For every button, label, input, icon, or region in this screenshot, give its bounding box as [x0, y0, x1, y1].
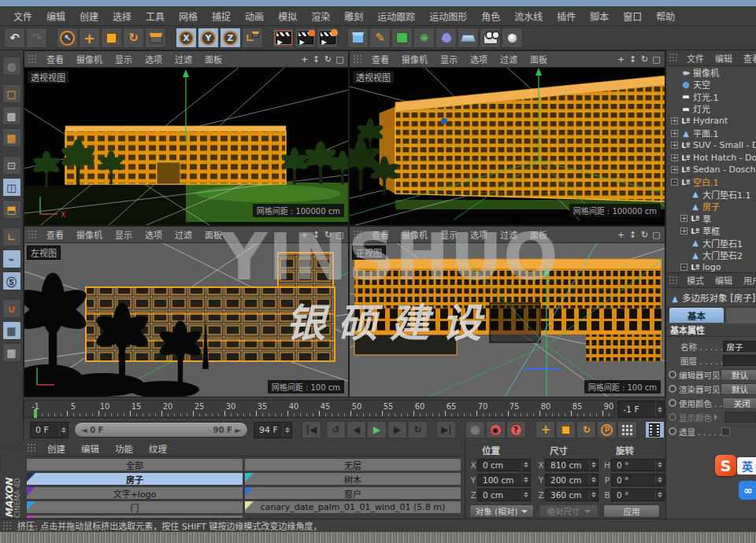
- soft-selection-icon[interactable]: Ⓢ: [2, 272, 21, 290]
- am-menu-userdata[interactable]: 用户数据: [738, 274, 756, 286]
- vp-menu-panel[interactable]: 面板: [524, 228, 554, 241]
- menu-mograph[interactable]: 运动图形: [422, 9, 474, 23]
- menu-pipeline[interactable]: 流水线: [507, 9, 550, 23]
- tab-basic[interactable]: 基本: [669, 308, 724, 323]
- menu-mesh[interactable]: 网格: [172, 9, 205, 23]
- vp-menu-view[interactable]: 查看: [40, 53, 70, 65]
- goto-end-icon[interactable]: ▶|: [436, 421, 456, 438]
- add-primitive-icon[interactable]: [347, 28, 369, 48]
- prev-key-icon[interactable]: ↺: [326, 421, 346, 438]
- workplane-lock-icon[interactable]: ▦: [2, 321, 21, 340]
- om-item-house[interactable]: 房子: [668, 201, 756, 213]
- undo-icon[interactable]: ↶: [4, 28, 25, 48]
- snap-magnet-icon[interactable]: ∪: [2, 299, 21, 318]
- last-tool-icon[interactable]: [145, 28, 166, 48]
- am-menu-mode[interactable]: 模式: [681, 274, 710, 286]
- om-item-null-1[interactable]: -空白.1: [668, 176, 756, 189]
- move-tool-icon[interactable]: +: [79, 28, 100, 48]
- om-item-gate-stone-1[interactable]: 大门垫石1: [668, 237, 756, 249]
- tab-coordinates-partial[interactable]: [726, 308, 756, 323]
- om-item-hot-hatch[interactable]: +Hot Hatch - Dosch: [668, 152, 756, 164]
- sogou-ime-icon[interactable]: S: [715, 455, 736, 476]
- om-item-light[interactable]: 灯光: [668, 103, 756, 116]
- menu-character[interactable]: 角色: [474, 9, 507, 23]
- vp-menu-cameras[interactable]: 摄像机: [70, 228, 109, 241]
- om-item-gate-stone-1-1[interactable]: 大门垫石1.1: [668, 188, 756, 201]
- expander-icon[interactable]: +: [671, 117, 678, 124]
- size-z-field[interactable]: 360 cm: [545, 489, 598, 501]
- layer-cell-text-logo[interactable]: 文字+logo: [26, 486, 243, 500]
- vp-menu-options[interactable]: 选项: [139, 228, 169, 241]
- add-generator-icon[interactable]: [391, 28, 413, 48]
- ime-language-indicator[interactable]: 英: [737, 457, 756, 475]
- next-frame-icon[interactable]: ▶: [387, 421, 407, 438]
- vp-menu-display[interactable]: 显示: [434, 53, 464, 65]
- render-settings-icon[interactable]: [317, 28, 338, 48]
- range-start-field[interactable]: 0 F: [30, 422, 69, 438]
- panel-grip-icon[interactable]: [28, 54, 38, 65]
- select-tool-icon[interactable]: ↖: [57, 28, 78, 48]
- current-frame-field[interactable]: -1 F: [617, 401, 665, 418]
- vp-menu-filter[interactable]: 过滤: [494, 228, 524, 241]
- position-y-field[interactable]: 100 cm: [477, 474, 531, 486]
- pan-view-icon[interactable]: +: [298, 54, 310, 65]
- mograph-icon[interactable]: ❋: [413, 28, 435, 48]
- key-parameter-icon[interactable]: P: [597, 421, 617, 438]
- rotation-b-field[interactable]: 0 °: [611, 489, 665, 501]
- om-menu-file[interactable]: 文件: [681, 52, 710, 65]
- coordinate-system-icon[interactable]: ∟: [242, 28, 263, 48]
- floor-environment-icon[interactable]: [458, 28, 479, 48]
- rotate-view-icon[interactable]: ↻: [639, 54, 650, 65]
- next-key-icon[interactable]: ↻: [408, 421, 428, 438]
- dolly-view-icon[interactable]: ↕: [627, 54, 639, 65]
- menu-window[interactable]: 窗口: [616, 9, 649, 23]
- om-item-hydrant[interactable]: +Hydrant: [668, 115, 756, 127]
- expander-icon[interactable]: +: [671, 142, 678, 149]
- range-end-field[interactable]: 94 F: [254, 422, 292, 438]
- menu-tools[interactable]: 工具: [139, 9, 172, 23]
- name-input[interactable]: 房子: [723, 341, 756, 352]
- editor-visibility-dropdown[interactable]: 默认: [721, 369, 756, 381]
- key-scale-icon[interactable]: [556, 421, 576, 438]
- panel-grip-icon[interactable]: [353, 54, 363, 65]
- timeline-ruler[interactable]: -1 5 10 15 20 25 30 35 40 45 50 55 60 65…: [24, 400, 615, 418]
- layer-cell-nolayer[interactable]: 无层: [244, 458, 461, 471]
- viewport-canvas-perspective-1[interactable]: X: [24, 68, 349, 226]
- menu-create[interactable]: 创建: [72, 9, 106, 23]
- layer-cell-canary-palm[interactable]: canary_date_palm_01_01_wind_01 (5.8 m): [244, 501, 461, 514]
- layer-cell-thuja[interactable]: thuja_01 (0.78 m): [26, 515, 243, 518]
- enable-axis-icon[interactable]: ∟: [2, 227, 21, 246]
- rotate-view-icon[interactable]: ↻: [322, 230, 334, 240]
- panel-grip-icon[interactable]: [669, 275, 679, 286]
- edges-mode-icon[interactable]: ◫: [2, 178, 21, 197]
- om-item-light-1[interactable]: 灯光.1: [668, 90, 756, 103]
- timeline-window-icon[interactable]: [645, 421, 665, 438]
- expander-icon[interactable]: +: [671, 154, 678, 161]
- polygons-mode-icon[interactable]: ⬒: [2, 200, 21, 219]
- om-item-plane-1[interactable]: +平面.1: [668, 127, 756, 140]
- maximize-view-icon[interactable]: ▢: [650, 54, 662, 65]
- vp-menu-filter[interactable]: 过滤: [169, 53, 198, 65]
- panel-grip-icon[interactable]: [669, 53, 679, 63]
- viewport-canvas-perspective-2[interactable]: [350, 68, 665, 226]
- rotate-view-icon[interactable]: ↻: [322, 54, 334, 65]
- vp-menu-options[interactable]: 选项: [464, 228, 494, 241]
- ime-link-icon[interactable]: ∞: [739, 481, 756, 500]
- render-view-icon[interactable]: [272, 28, 294, 48]
- menu-snap[interactable]: 捕捉: [205, 9, 238, 23]
- make-editable-icon[interactable]: ◍: [2, 57, 21, 76]
- menu-animate[interactable]: 动画: [238, 9, 271, 23]
- lp-menu-texture[interactable]: 纹理: [141, 442, 175, 455]
- om-item-gate-stone-2[interactable]: 大门垫石2: [668, 249, 756, 262]
- menu-select[interactable]: 选择: [106, 9, 139, 23]
- position-z-field[interactable]: 0 cm: [477, 489, 531, 501]
- prev-frame-icon[interactable]: ◀: [346, 421, 366, 438]
- vp-menu-filter[interactable]: 过滤: [169, 228, 198, 241]
- layer-cell-all[interactable]: 全部: [26, 458, 243, 471]
- lp-menu-create[interactable]: 创建: [39, 442, 73, 455]
- vp-menu-options[interactable]: 选项: [139, 53, 169, 65]
- vp-menu-view[interactable]: 查看: [40, 228, 70, 241]
- rotate-tool-icon[interactable]: ↻: [123, 28, 144, 48]
- keyframe-toggle-icon[interactable]: [669, 385, 676, 393]
- key-rotation-icon[interactable]: ↻: [576, 421, 596, 438]
